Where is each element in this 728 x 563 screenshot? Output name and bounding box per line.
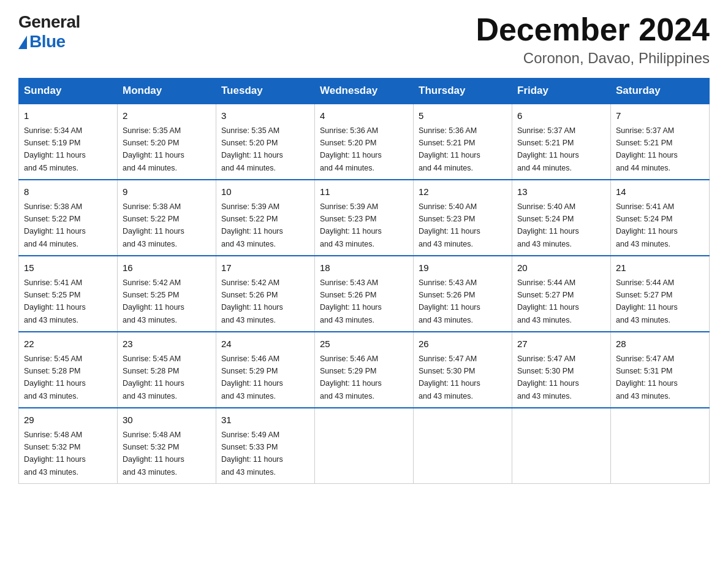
day-info: Sunrise: 5:40 AMSunset: 5:24 PMDaylight:… bbox=[517, 202, 579, 248]
calendar-cell: 11 Sunrise: 5:39 AMSunset: 5:23 PMDaylig… bbox=[315, 180, 414, 256]
day-number: 10 bbox=[221, 185, 309, 199]
day-info: Sunrise: 5:41 AMSunset: 5:24 PMDaylight:… bbox=[616, 202, 678, 248]
day-header-monday: Monday bbox=[118, 79, 216, 104]
day-info: Sunrise: 5:35 AMSunset: 5:20 PMDaylight:… bbox=[221, 126, 283, 172]
day-number: 18 bbox=[320, 261, 408, 275]
day-header-wednesday: Wednesday bbox=[315, 79, 414, 104]
day-number: 26 bbox=[419, 337, 507, 351]
calendar-cell: 21 Sunrise: 5:44 AMSunset: 5:27 PMDaylig… bbox=[611, 256, 710, 332]
day-info: Sunrise: 5:47 AMSunset: 5:31 PMDaylight:… bbox=[616, 354, 678, 400]
day-number: 24 bbox=[221, 337, 309, 351]
day-info: Sunrise: 5:36 AMSunset: 5:21 PMDaylight:… bbox=[419, 126, 480, 172]
day-number: 4 bbox=[320, 109, 408, 123]
calendar-cell bbox=[512, 408, 611, 484]
day-header-tuesday: Tuesday bbox=[216, 79, 315, 104]
logo: General Blue bbox=[18, 12, 80, 52]
calendar-cell: 23 Sunrise: 5:45 AMSunset: 5:28 PMDaylig… bbox=[118, 332, 216, 408]
day-number: 23 bbox=[123, 337, 211, 351]
day-number: 27 bbox=[517, 337, 605, 351]
day-number: 3 bbox=[221, 109, 309, 123]
day-info: Sunrise: 5:48 AMSunset: 5:32 PMDaylight:… bbox=[24, 431, 86, 477]
day-number: 25 bbox=[320, 337, 408, 351]
calendar-cell: 27 Sunrise: 5:47 AMSunset: 5:30 PMDaylig… bbox=[512, 332, 611, 408]
day-info: Sunrise: 5:47 AMSunset: 5:30 PMDaylight:… bbox=[517, 354, 579, 400]
day-info: Sunrise: 5:34 AMSunset: 5:19 PMDaylight:… bbox=[24, 126, 86, 172]
day-info: Sunrise: 5:37 AMSunset: 5:21 PMDaylight:… bbox=[517, 126, 579, 172]
calendar-cell: 18 Sunrise: 5:43 AMSunset: 5:26 PMDaylig… bbox=[315, 256, 414, 332]
calendar-cell: 28 Sunrise: 5:47 AMSunset: 5:31 PMDaylig… bbox=[611, 332, 710, 408]
day-info: Sunrise: 5:42 AMSunset: 5:25 PMDaylight:… bbox=[123, 278, 184, 324]
calendar-header-row: SundayMondayTuesdayWednesdayThursdayFrid… bbox=[19, 79, 710, 104]
calendar-cell: 7 Sunrise: 5:37 AMSunset: 5:21 PMDayligh… bbox=[611, 104, 710, 180]
day-header-thursday: Thursday bbox=[414, 79, 512, 104]
day-info: Sunrise: 5:47 AMSunset: 5:30 PMDaylight:… bbox=[419, 354, 480, 400]
calendar-cell: 4 Sunrise: 5:36 AMSunset: 5:20 PMDayligh… bbox=[315, 104, 414, 180]
day-number: 2 bbox=[123, 109, 211, 123]
day-number: 14 bbox=[616, 185, 704, 199]
calendar-week-row: 22 Sunrise: 5:45 AMSunset: 5:28 PMDaylig… bbox=[19, 332, 710, 408]
day-info: Sunrise: 5:35 AMSunset: 5:20 PMDaylight:… bbox=[123, 126, 184, 172]
day-info: Sunrise: 5:42 AMSunset: 5:26 PMDaylight:… bbox=[221, 278, 283, 324]
day-info: Sunrise: 5:43 AMSunset: 5:26 PMDaylight:… bbox=[419, 278, 480, 324]
day-info: Sunrise: 5:39 AMSunset: 5:22 PMDaylight:… bbox=[221, 202, 283, 248]
calendar-cell: 3 Sunrise: 5:35 AMSunset: 5:20 PMDayligh… bbox=[216, 104, 315, 180]
day-number: 30 bbox=[123, 413, 211, 427]
calendar-cell: 17 Sunrise: 5:42 AMSunset: 5:26 PMDaylig… bbox=[216, 256, 315, 332]
calendar-cell bbox=[414, 408, 512, 484]
page-header: General Blue December 2024 Coronon, Dava… bbox=[18, 12, 710, 67]
day-number: 9 bbox=[123, 185, 211, 199]
day-number: 6 bbox=[517, 109, 605, 123]
day-number: 7 bbox=[616, 109, 704, 123]
calendar-cell: 19 Sunrise: 5:43 AMSunset: 5:26 PMDaylig… bbox=[414, 256, 512, 332]
day-info: Sunrise: 5:40 AMSunset: 5:23 PMDaylight:… bbox=[419, 202, 480, 248]
calendar-cell bbox=[611, 408, 710, 484]
calendar-table: SundayMondayTuesdayWednesdayThursdayFrid… bbox=[18, 78, 710, 484]
calendar-cell: 5 Sunrise: 5:36 AMSunset: 5:21 PMDayligh… bbox=[414, 104, 512, 180]
location-subtitle: Coronon, Davao, Philippines bbox=[476, 50, 710, 67]
calendar-cell: 14 Sunrise: 5:41 AMSunset: 5:24 PMDaylig… bbox=[611, 180, 710, 256]
logo-blue-text: Blue bbox=[18, 32, 66, 52]
day-info: Sunrise: 5:37 AMSunset: 5:21 PMDaylight:… bbox=[616, 126, 678, 172]
calendar-cell: 10 Sunrise: 5:39 AMSunset: 5:22 PMDaylig… bbox=[216, 180, 315, 256]
day-number: 5 bbox=[419, 109, 507, 123]
calendar-week-row: 8 Sunrise: 5:38 AMSunset: 5:22 PMDayligh… bbox=[19, 180, 710, 256]
calendar-week-row: 15 Sunrise: 5:41 AMSunset: 5:25 PMDaylig… bbox=[19, 256, 710, 332]
day-header-saturday: Saturday bbox=[611, 79, 710, 104]
day-info: Sunrise: 5:38 AMSunset: 5:22 PMDaylight:… bbox=[123, 202, 184, 248]
logo-general-text: General bbox=[18, 12, 80, 32]
day-number: 31 bbox=[221, 413, 309, 427]
day-number: 13 bbox=[517, 185, 605, 199]
day-number: 1 bbox=[24, 109, 112, 123]
day-info: Sunrise: 5:45 AMSunset: 5:28 PMDaylight:… bbox=[123, 354, 184, 400]
day-number: 29 bbox=[24, 413, 112, 427]
calendar-cell: 31 Sunrise: 5:49 AMSunset: 5:33 PMDaylig… bbox=[216, 408, 315, 484]
day-info: Sunrise: 5:44 AMSunset: 5:27 PMDaylight:… bbox=[616, 278, 678, 324]
calendar-cell: 22 Sunrise: 5:45 AMSunset: 5:28 PMDaylig… bbox=[19, 332, 118, 408]
day-number: 28 bbox=[616, 337, 704, 351]
month-year-title: December 2024 bbox=[476, 12, 710, 47]
calendar-cell: 25 Sunrise: 5:46 AMSunset: 5:29 PMDaylig… bbox=[315, 332, 414, 408]
day-info: Sunrise: 5:41 AMSunset: 5:25 PMDaylight:… bbox=[24, 278, 86, 324]
day-info: Sunrise: 5:36 AMSunset: 5:20 PMDaylight:… bbox=[320, 126, 382, 172]
calendar-cell: 29 Sunrise: 5:48 AMSunset: 5:32 PMDaylig… bbox=[19, 408, 118, 484]
calendar-cell: 15 Sunrise: 5:41 AMSunset: 5:25 PMDaylig… bbox=[19, 256, 118, 332]
calendar-cell: 8 Sunrise: 5:38 AMSunset: 5:22 PMDayligh… bbox=[19, 180, 118, 256]
day-header-friday: Friday bbox=[512, 79, 611, 104]
calendar-cell: 13 Sunrise: 5:40 AMSunset: 5:24 PMDaylig… bbox=[512, 180, 611, 256]
logo-triangle-icon bbox=[18, 36, 27, 49]
day-number: 8 bbox=[24, 185, 112, 199]
day-header-sunday: Sunday bbox=[19, 79, 118, 104]
calendar-cell: 6 Sunrise: 5:37 AMSunset: 5:21 PMDayligh… bbox=[512, 104, 611, 180]
day-number: 12 bbox=[419, 185, 507, 199]
day-number: 11 bbox=[320, 185, 408, 199]
title-block: December 2024 Coronon, Davao, Philippine… bbox=[476, 12, 710, 67]
calendar-cell: 2 Sunrise: 5:35 AMSunset: 5:20 PMDayligh… bbox=[118, 104, 216, 180]
day-number: 22 bbox=[24, 337, 112, 351]
calendar-cell: 24 Sunrise: 5:46 AMSunset: 5:29 PMDaylig… bbox=[216, 332, 315, 408]
calendar-cell: 12 Sunrise: 5:40 AMSunset: 5:23 PMDaylig… bbox=[414, 180, 512, 256]
day-info: Sunrise: 5:43 AMSunset: 5:26 PMDaylight:… bbox=[320, 278, 382, 324]
day-number: 19 bbox=[419, 261, 507, 275]
day-info: Sunrise: 5:46 AMSunset: 5:29 PMDaylight:… bbox=[320, 354, 382, 400]
calendar-cell: 9 Sunrise: 5:38 AMSunset: 5:22 PMDayligh… bbox=[118, 180, 216, 256]
day-number: 16 bbox=[123, 261, 211, 275]
